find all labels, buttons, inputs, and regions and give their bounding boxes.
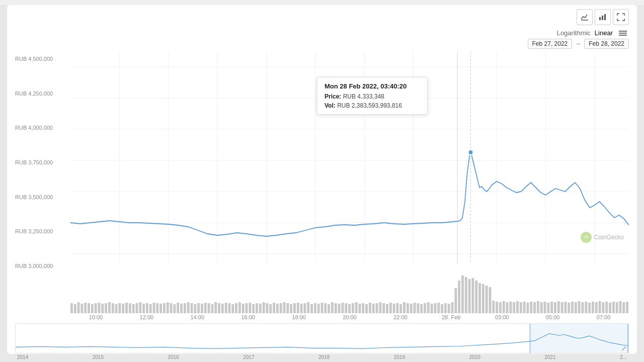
svg-rect-69 (208, 303, 210, 313)
date-start[interactable]: Feb 27, 2022 (528, 39, 573, 49)
chart-svg-container: Mon 28 Feb 2022, 03:40:20 Price: RUB 4,3… (70, 52, 629, 273)
y-label-4: RUB 3,500,000 (15, 194, 53, 200)
svg-rect-147 (475, 281, 477, 313)
svg-rect-166 (540, 302, 543, 313)
svg-rect-50 (142, 304, 145, 313)
logarithmic-button[interactable]: Logarithmic (557, 29, 591, 37)
chart-card: Logarithmic Linear Feb 27, 2022 → Feb 28… (7, 5, 637, 354)
x-label-9: 05:00 (527, 314, 578, 320)
svg-rect-87 (269, 304, 272, 313)
svg-point-28 (587, 236, 588, 237)
y-label-3: RUB 3,750,000 (15, 159, 53, 165)
svg-rect-136 (437, 303, 440, 313)
mini-x-label-6: 2020 (469, 354, 480, 360)
svg-rect-107 (338, 304, 341, 313)
svg-rect-146 (471, 278, 474, 313)
svg-rect-76 (231, 304, 234, 313)
svg-rect-169 (550, 302, 553, 313)
svg-rect-139 (448, 304, 450, 313)
svg-rect-73 (221, 304, 224, 313)
date-end[interactable]: Feb 28, 2022 (584, 39, 629, 49)
svg-rect-187 (612, 302, 615, 313)
svg-rect-145 (468, 279, 471, 313)
svg-rect-96 (300, 304, 303, 313)
svg-rect-194 (627, 324, 628, 353)
svg-rect-167 (544, 302, 546, 313)
svg-rect-66 (197, 303, 200, 313)
svg-rect-67 (201, 304, 203, 313)
svg-rect-60 (177, 303, 179, 313)
svg-rect-144 (465, 277, 467, 313)
svg-rect-51 (146, 303, 148, 313)
menu-line-1 (619, 31, 627, 32)
svg-rect-85 (263, 302, 265, 313)
svg-rect-43 (118, 303, 121, 313)
svg-point-23 (468, 150, 473, 155)
scale-selector: Logarithmic Linear (7, 29, 637, 39)
svg-rect-81 (249, 303, 251, 313)
svg-rect-36 (95, 303, 97, 313)
svg-rect-164 (533, 302, 536, 313)
svg-rect-132 (424, 303, 426, 313)
line-chart-button[interactable] (577, 9, 593, 25)
svg-rect-61 (180, 304, 183, 313)
svg-rect-103 (324, 303, 327, 313)
svg-rect-56 (163, 303, 166, 313)
svg-rect-178 (582, 302, 584, 313)
svg-rect-109 (345, 303, 347, 313)
linear-button[interactable]: Linear (595, 29, 613, 37)
svg-rect-52 (149, 304, 152, 313)
svg-rect-121 (386, 304, 388, 313)
coingecko-logo (581, 232, 592, 243)
fullscreen-button[interactable] (613, 9, 629, 25)
chart-toolbar (7, 9, 637, 29)
bar-chart-button[interactable] (595, 9, 611, 25)
svg-rect-55 (159, 304, 162, 313)
svg-rect-70 (211, 304, 213, 313)
svg-rect-174 (568, 303, 570, 313)
svg-rect-105 (331, 302, 334, 313)
svg-rect-177 (578, 301, 581, 313)
svg-rect-190 (622, 302, 625, 313)
svg-rect-75 (228, 303, 231, 313)
svg-rect-181 (592, 302, 594, 313)
menu-button[interactable] (617, 30, 629, 37)
svg-rect-93 (290, 304, 292, 313)
svg-rect-44 (122, 304, 124, 313)
svg-rect-135 (434, 303, 436, 313)
svg-rect-108 (341, 303, 344, 313)
menu-line-3 (619, 35, 627, 36)
mini-chart-area[interactable]: ⤢ (15, 323, 629, 353)
svg-rect-176 (575, 302, 577, 313)
x-label-3: 16:00 (223, 314, 274, 320)
svg-rect-142 (458, 281, 460, 313)
svg-rect-129 (414, 303, 416, 313)
y-label-1: RUB 4,250,000 (15, 90, 53, 97)
svg-rect-130 (417, 303, 419, 313)
svg-rect-111 (352, 303, 354, 313)
svg-rect-186 (609, 303, 611, 313)
svg-rect-101 (317, 304, 320, 313)
svg-rect-112 (355, 302, 358, 313)
menu-line-2 (619, 33, 627, 34)
expand-icon[interactable]: ⤢ (621, 345, 626, 352)
svg-rect-180 (588, 303, 591, 313)
volume-chart-svg (70, 273, 629, 313)
svg-rect-34 (88, 303, 90, 313)
svg-rect-83 (256, 303, 258, 313)
svg-rect-45 (125, 303, 128, 313)
svg-rect-3 (604, 14, 606, 20)
svg-rect-62 (184, 303, 186, 313)
svg-rect-114 (362, 303, 364, 313)
svg-rect-192 (530, 324, 628, 353)
mini-x-label-1: 2015 (93, 354, 104, 360)
mini-x-axis-labels: 2014 2015 2016 2017 2018 2019 2020 2021 … (15, 354, 629, 360)
svg-rect-165 (537, 301, 539, 313)
main-chart-area: RUB 4,500,000 RUB 4,250,000 RUB 4,000,00… (15, 52, 629, 273)
svg-rect-104 (328, 304, 330, 313)
svg-rect-155 (503, 301, 505, 313)
volume-svg-wrapper (70, 273, 629, 313)
svg-rect-86 (266, 303, 269, 313)
svg-rect-175 (571, 302, 574, 313)
svg-rect-2 (602, 16, 603, 20)
